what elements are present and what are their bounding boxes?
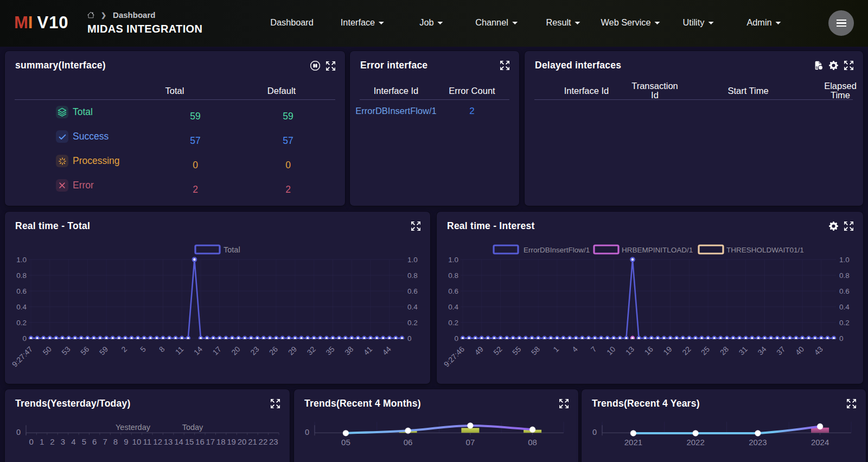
svg-text:1.0: 1.0 (16, 256, 27, 264)
svg-text:7: 7 (103, 437, 107, 446)
svg-text:0.6: 0.6 (16, 287, 27, 295)
svg-text:07: 07 (466, 438, 475, 447)
svg-text:0: 0 (454, 334, 458, 343)
svg-text:4: 4 (71, 437, 75, 446)
svg-text:43: 43 (813, 345, 825, 357)
svg-text:0.2: 0.2 (407, 319, 418, 327)
svg-text:32: 32 (305, 345, 317, 357)
svg-text:19: 19 (661, 345, 673, 357)
svg-text:16: 16 (643, 345, 655, 357)
svg-text:THRESHOLDWAIT01/1: THRESHOLDWAIT01/1 (726, 246, 804, 254)
svg-text:5: 5 (138, 345, 148, 354)
svg-text:18: 18 (216, 437, 226, 446)
svg-text:13: 13 (164, 437, 173, 446)
svg-text:11: 11 (143, 437, 152, 446)
svg-text:12: 12 (153, 437, 162, 446)
svg-text:41: 41 (362, 345, 374, 357)
svg-text:44: 44 (381, 345, 393, 357)
svg-text:34: 34 (756, 345, 768, 357)
svg-text:0: 0 (22, 334, 27, 343)
svg-text:17: 17 (211, 345, 223, 357)
svg-text:59: 59 (98, 345, 110, 357)
svg-text:14: 14 (174, 437, 183, 446)
svg-text:20: 20 (238, 437, 247, 446)
svg-text:0.6: 0.6 (839, 287, 850, 295)
svg-text:1.0: 1.0 (407, 256, 418, 264)
svg-text:06: 06 (404, 438, 413, 447)
svg-text:2021: 2021 (624, 438, 642, 447)
svg-text:49: 49 (473, 345, 485, 357)
svg-text:38: 38 (343, 345, 355, 357)
svg-text:Total: Total (224, 245, 240, 254)
svg-text:0.8: 0.8 (839, 271, 850, 280)
svg-text:53: 53 (60, 345, 72, 357)
svg-text:2: 2 (50, 437, 54, 446)
svg-text:28: 28 (718, 345, 730, 357)
svg-text:1: 1 (551, 345, 560, 354)
svg-text:ErrorDBInsertFlow/1: ErrorDBInsertFlow/1 (524, 246, 590, 254)
svg-text:2024: 2024 (811, 438, 829, 447)
svg-text:22: 22 (259, 437, 268, 446)
svg-text:23: 23 (248, 345, 260, 357)
svg-text:29: 29 (286, 345, 298, 357)
svg-text:08: 08 (528, 438, 537, 447)
svg-text:0.2: 0.2 (16, 319, 27, 327)
svg-text:37: 37 (775, 345, 787, 357)
svg-text:0.8: 0.8 (407, 271, 418, 280)
svg-text:19: 19 (227, 437, 236, 446)
svg-text:22: 22 (680, 345, 692, 357)
svg-text:4: 4 (570, 345, 579, 354)
svg-text:56: 56 (79, 345, 91, 357)
svg-text:0.4: 0.4 (407, 303, 418, 311)
svg-text:2023: 2023 (749, 438, 767, 447)
svg-text:HRBEMPINITLOAD/1: HRBEMPINITLOAD/1 (622, 246, 693, 254)
svg-text:26: 26 (267, 345, 279, 357)
svg-text:0.4: 0.4 (839, 303, 850, 311)
svg-text:10: 10 (132, 437, 142, 446)
svg-text:3: 3 (61, 437, 65, 446)
svg-text:17: 17 (206, 437, 215, 446)
svg-text:31: 31 (737, 345, 749, 357)
svg-text:50: 50 (41, 345, 53, 357)
svg-text:15: 15 (185, 437, 194, 446)
svg-text:7: 7 (589, 345, 598, 354)
svg-text:2022: 2022 (686, 438, 704, 447)
svg-text:23: 23 (269, 437, 278, 446)
svg-text:8: 8 (113, 437, 118, 446)
svg-text:10: 10 (605, 345, 617, 357)
svg-text:35: 35 (324, 345, 336, 357)
svg-text:8: 8 (157, 345, 167, 354)
svg-text:14: 14 (192, 345, 204, 357)
svg-text:2: 2 (119, 345, 129, 354)
svg-text:0: 0 (29, 437, 34, 446)
svg-text:58: 58 (529, 345, 541, 357)
svg-text:0.6: 0.6 (407, 287, 418, 295)
svg-text:13: 13 (624, 345, 636, 357)
svg-text:21: 21 (248, 437, 257, 446)
svg-text:9: 9 (124, 437, 128, 446)
svg-text:6: 6 (92, 437, 97, 446)
svg-text:0: 0 (16, 428, 21, 436)
svg-text:0.8: 0.8 (448, 271, 458, 280)
svg-text:1: 1 (40, 437, 44, 446)
svg-text:11: 11 (174, 345, 186, 357)
svg-text:5: 5 (82, 437, 86, 446)
svg-text:52: 52 (492, 345, 503, 357)
svg-text:0.2: 0.2 (448, 319, 458, 327)
svg-text:0: 0 (839, 334, 844, 343)
svg-text:1.0: 1.0 (448, 256, 458, 264)
svg-text:0: 0 (407, 334, 412, 343)
svg-text:25: 25 (699, 345, 711, 357)
svg-text:16: 16 (195, 437, 205, 446)
svg-text:0: 0 (592, 428, 597, 436)
svg-text:9:27:46: 9:27:46 (442, 345, 466, 369)
svg-text:0.6: 0.6 (448, 287, 458, 295)
svg-text:55: 55 (510, 345, 522, 357)
svg-text:20: 20 (229, 345, 241, 357)
svg-text:9:27:47: 9:27:47 (10, 345, 34, 369)
svg-text:0.2: 0.2 (839, 319, 850, 327)
svg-text:0.4: 0.4 (16, 303, 27, 311)
svg-text:40: 40 (794, 345, 806, 357)
svg-text:0.8: 0.8 (16, 271, 27, 280)
svg-text:0: 0 (305, 428, 309, 436)
